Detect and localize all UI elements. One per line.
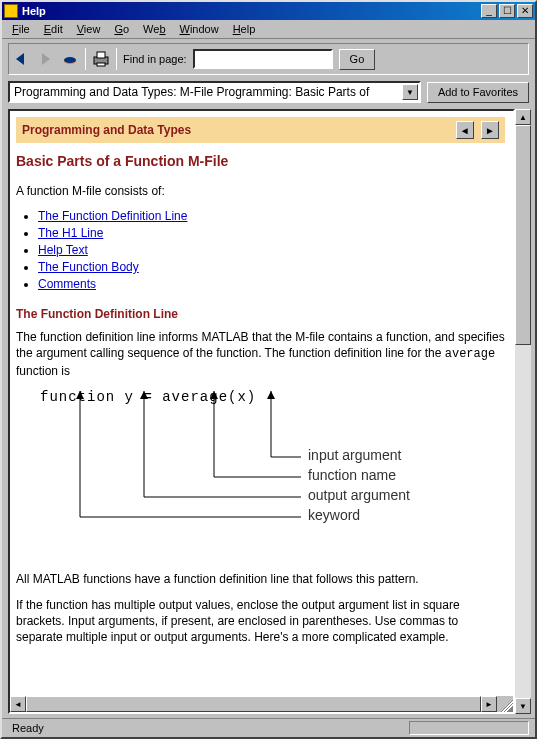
svg-marker-10 (140, 391, 148, 399)
menu-edit[interactable]: Edit (38, 22, 69, 36)
intro-text: A function M-file consists of: (16, 183, 505, 199)
address-bar: Programming and Data Types: M-File Progr… (2, 79, 535, 107)
list-item: Comments (38, 277, 505, 291)
forward-icon[interactable] (37, 50, 55, 68)
paragraph: If the function has multiple output valu… (16, 597, 505, 646)
subheading: The Function Definition Line (16, 307, 505, 321)
svg-marker-8 (76, 391, 84, 399)
find-label: Find in page: (123, 53, 187, 65)
anno-output: output argument (308, 487, 410, 503)
list-item: The H1 Line (38, 226, 505, 240)
list-item: The Function Definition Line (38, 209, 505, 223)
back-icon[interactable] (13, 50, 31, 68)
chevron-down-icon[interactable]: ▼ (402, 84, 418, 100)
window-title: Help (22, 5, 481, 17)
scroll-thumb[interactable] (515, 125, 531, 345)
reload-icon[interactable] (61, 50, 79, 68)
link-function-def[interactable]: The Function Definition Line (38, 209, 187, 223)
paragraph: All MATLAB functions have a function def… (16, 571, 505, 587)
svg-marker-0 (16, 53, 24, 65)
svg-marker-1 (42, 53, 50, 65)
toc-list: The Function Definition Line The H1 Line… (38, 209, 505, 291)
status-bar: Ready (2, 718, 535, 737)
list-item: Help Text (38, 243, 505, 257)
menu-web[interactable]: Web (137, 22, 171, 36)
maximize-button[interactable]: ☐ (499, 4, 515, 18)
close-button[interactable]: ✕ (517, 4, 533, 18)
horizontal-scrollbar[interactable]: ◄ ► (10, 696, 513, 712)
svg-rect-6 (97, 63, 105, 66)
menu-go[interactable]: Go (108, 22, 135, 36)
status-text: Ready (8, 721, 48, 735)
add-favorites-button[interactable]: Add to Favorites (427, 82, 529, 103)
link-comments[interactable]: Comments (38, 277, 96, 291)
status-pane (409, 721, 529, 735)
link-function-body[interactable]: The Function Body (38, 260, 139, 274)
go-button[interactable]: Go (339, 49, 376, 70)
svg-marker-14 (267, 391, 275, 399)
anno-keyword: keyword (308, 507, 360, 523)
document-frame: Programming and Data Types ◄ ► Basic Par… (8, 109, 515, 714)
section-title: Programming and Data Types (22, 123, 191, 137)
title-bar[interactable]: Help _ ☐ ✕ (2, 2, 535, 20)
page-title: Basic Parts of a Function M-File (16, 153, 505, 169)
app-icon (4, 4, 18, 18)
scroll-left-button[interactable]: ◄ (10, 696, 26, 712)
menu-view[interactable]: View (71, 22, 107, 36)
help-window: Help _ ☐ ✕ File Edit View Go Web Window … (0, 0, 537, 739)
paragraph: The function definition line informs MAT… (16, 329, 505, 379)
code-diagram: function y = average(x) (16, 389, 505, 559)
size-grip[interactable] (497, 696, 513, 712)
breadcrumb-text: Programming and Data Types: M-File Progr… (14, 85, 369, 99)
scroll-down-button[interactable]: ▼ (515, 698, 531, 714)
prev-page-button[interactable]: ◄ (456, 121, 474, 139)
breadcrumb-select[interactable]: Programming and Data Types: M-File Progr… (8, 81, 421, 103)
separator (116, 48, 117, 70)
minimize-button[interactable]: _ (481, 4, 497, 18)
menu-help[interactable]: Help (227, 22, 262, 36)
toolbar: Find in page: Go (8, 43, 529, 75)
document-content: Programming and Data Types ◄ ► Basic Par… (10, 111, 513, 646)
separator (85, 48, 86, 70)
find-input[interactable] (193, 49, 333, 69)
section-header: Programming and Data Types ◄ ► (16, 117, 505, 143)
scroll-right-button[interactable]: ► (481, 696, 497, 712)
anno-input: input argument (308, 447, 401, 463)
print-icon[interactable] (92, 50, 110, 68)
menu-file[interactable]: File (6, 22, 36, 36)
menu-window[interactable]: Window (174, 22, 225, 36)
menu-bar: File Edit View Go Web Window Help (2, 20, 535, 39)
svg-point-3 (64, 57, 76, 63)
list-item: The Function Body (38, 260, 505, 274)
anno-fname: function name (308, 467, 396, 483)
svg-rect-5 (97, 52, 105, 58)
scroll-up-button[interactable]: ▲ (515, 109, 531, 125)
link-h1-line[interactable]: The H1 Line (38, 226, 103, 240)
link-help-text[interactable]: Help Text (38, 243, 88, 257)
next-page-button[interactable]: ► (481, 121, 499, 139)
vertical-scrollbar[interactable]: ▲ ▼ (515, 109, 531, 714)
svg-marker-12 (210, 391, 218, 399)
